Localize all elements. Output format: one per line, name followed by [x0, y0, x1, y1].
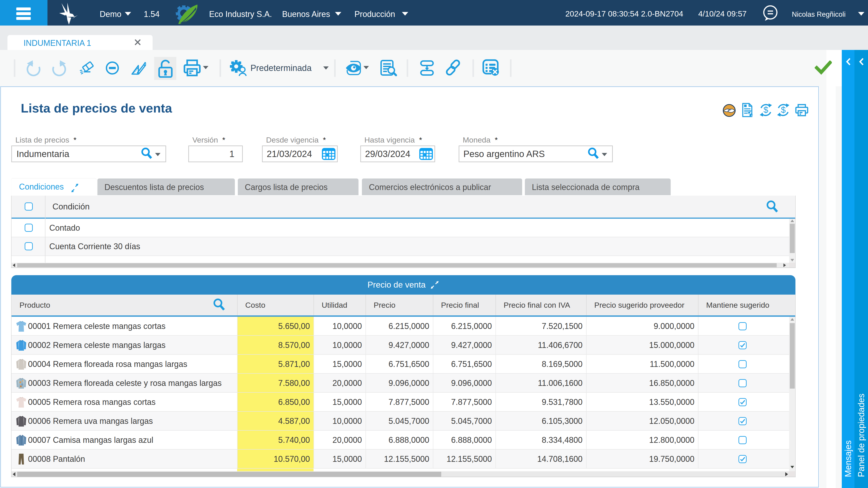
svg-text:$: $ — [763, 105, 768, 115]
svg-text:$: $ — [781, 105, 785, 115]
